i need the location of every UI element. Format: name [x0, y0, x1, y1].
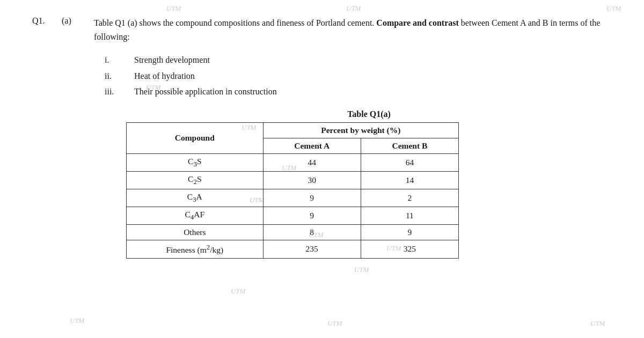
watermark: UTM: [606, 4, 621, 13]
table-title: Table Q1(a): [126, 109, 612, 119]
roman-text-1: Strength development: [134, 53, 210, 67]
watermark: UTM: [590, 319, 605, 328]
cement-b-c4af: 11: [361, 207, 458, 225]
watermark: UTM: [354, 266, 369, 274]
roman-num-2: ii.: [105, 69, 134, 83]
cement-b-others: 9: [361, 225, 458, 240]
col-percent-header: Percent by weight (%): [263, 122, 458, 138]
data-table: Compound Percent by weight (%) Cement A …: [126, 122, 459, 259]
question-content: Table Q1 (a) shows the compound composit…: [94, 16, 612, 259]
roman-item-3: iii. Their possible application in const…: [105, 85, 612, 99]
compound-others: Others: [127, 225, 264, 240]
cement-b-c3a: 2: [361, 189, 458, 207]
question-number: Q1.: [32, 16, 62, 259]
cement-a-c3s: 44: [263, 153, 361, 171]
roman-text-3: Their possible application in constructi…: [134, 85, 277, 99]
table-body: C3S 44 64 C2S 30 14 C3A 9 2: [127, 153, 459, 258]
watermark: UTM: [346, 4, 361, 13]
compound-fineness: Fineness (m2/kg): [127, 240, 264, 258]
cement-b-c2s: 14: [361, 172, 458, 189]
question-sub-label: (a): [62, 16, 94, 259]
compound-c2s: C2S: [127, 172, 264, 189]
table-section: Table Q1(a) Compound Percent by weight (…: [126, 109, 612, 259]
roman-text-2: Heat of hydration: [134, 69, 195, 83]
compound-c3s: C3S: [127, 153, 264, 171]
cement-a-c2s: 30: [263, 172, 361, 189]
roman-num-1: i.: [105, 53, 134, 67]
roman-num-3: iii.: [105, 85, 134, 99]
cement-a-fineness: 235: [263, 240, 361, 258]
intro-paragraph: Table Q1 (a) shows the compound composit…: [94, 16, 612, 43]
roman-item-1: i. Strength development: [105, 53, 612, 67]
cement-a-others: 8: [263, 225, 361, 240]
compound-c3a: C3A: [127, 189, 264, 207]
table-row: C3A 9 2: [127, 189, 459, 207]
cement-a-c4af: 9: [263, 207, 361, 225]
roman-item-2: ii. Heat of hydration: [105, 69, 612, 83]
question-block: Q1. (a) Table Q1 (a) shows the compound …: [32, 16, 612, 259]
intro-text-1: Table Q1 (a) shows the compound composit…: [94, 18, 376, 27]
table-header-row-1: Compound Percent by weight (%): [127, 122, 459, 138]
watermark: UTM: [70, 317, 84, 325]
intro-bold: Compare and contrast: [376, 18, 458, 27]
watermark: UTM: [327, 319, 342, 328]
cement-b-fineness: 325: [361, 240, 458, 258]
roman-list: i. Strength development ii. Heat of hydr…: [105, 53, 612, 99]
cement-a-c3a: 9: [263, 189, 361, 207]
watermark: UTM: [166, 4, 181, 13]
table-row: C4AF 9 11: [127, 207, 459, 225]
col-compound-header: Compound: [127, 122, 264, 153]
watermark: UTM: [231, 287, 245, 296]
col-cement-a-header: Cement A: [263, 138, 361, 153]
table-row: Others 8 9: [127, 225, 459, 240]
table-row: Fineness (m2/kg) 235 325: [127, 240, 459, 258]
col-cement-b-header: Cement B: [361, 138, 458, 153]
compound-c4af: C4AF: [127, 207, 264, 225]
table-row: C3S 44 64: [127, 153, 459, 171]
page-container: UTM UTM UTM UTM UTM UTM UTM UTM UTM UTM …: [0, 0, 644, 338]
cement-b-c3s: 64: [361, 153, 458, 171]
table-row: C2S 30 14: [127, 172, 459, 189]
